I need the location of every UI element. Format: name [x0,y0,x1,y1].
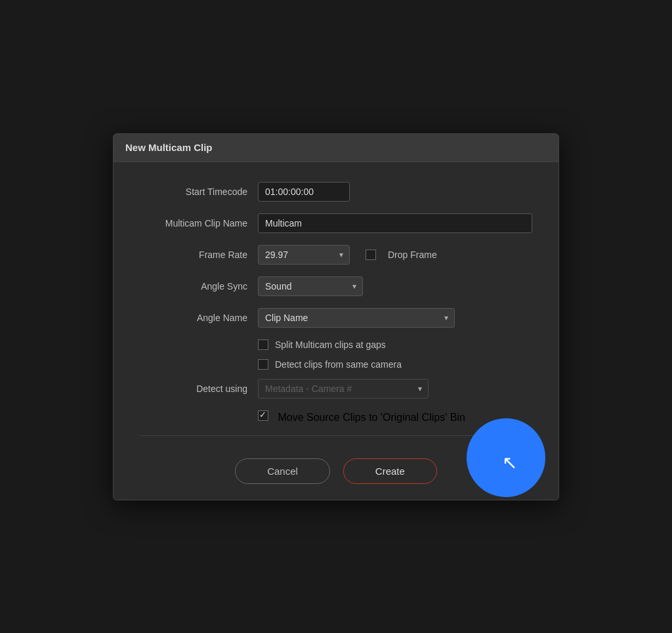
cancel-button[interactable]: Cancel [235,458,330,484]
drop-frame-group: Drop Frame [366,250,437,260]
detect-clips-row: Detect clips from same camera [140,359,532,370]
start-timecode-label: Start Timecode [140,186,258,197]
angle-sync-row: Angle Sync Sound Audio Timecode Clip Mar… [140,276,532,296]
start-timecode-control [258,182,532,202]
angle-sync-select[interactable]: Sound Audio Timecode Clip Marker In Poin… [258,276,363,296]
angle-name-control: Clip Name Camera Name Track Number Clip … [258,308,532,328]
frame-rate-row: Frame Rate 29.97 23.976 24 25 30 50 59.9… [140,245,532,265]
move-source-checkbox[interactable] [258,410,268,421]
drop-frame-label[interactable]: Drop Frame [388,250,437,260]
detect-using-control: Metadata - Camera # Clip Name Custom ▾ [258,379,532,399]
new-multicam-clip-dialog: New Multicam Clip Start Timecode Multica… [113,133,559,500]
clip-name-input[interactable] [258,213,532,233]
detect-clips-label[interactable]: Detect clips from same camera [258,359,402,370]
frame-rate-select[interactable]: 29.97 23.976 24 25 30 50 59.94 60 [258,245,350,265]
angle-name-label: Angle Name [140,313,258,323]
dialog-title: New Multicam Clip [125,142,213,153]
frame-rate-label: Frame Rate [140,250,258,260]
clip-name-label: Multicam Clip Name [140,218,258,229]
clip-name-row: Multicam Clip Name [140,213,532,233]
angle-sync-label: Angle Sync [140,281,258,292]
create-button[interactable]: Create [343,458,437,484]
cursor-icon: ↖ [502,452,517,473]
angle-sync-control: Sound Audio Timecode Clip Marker In Poin… [258,276,532,296]
angle-name-select[interactable]: Clip Name Camera Name Track Number Clip … [258,308,455,328]
detect-using-row: Detect using Metadata - Camera # Clip Na… [140,379,532,399]
frame-rate-control: 29.97 23.976 24 25 30 50 59.94 60 ▾ Drop… [258,245,532,265]
split-multicam-label[interactable]: Split Multicam clips at gaps [258,339,386,350]
dialog-body: Start Timecode Multicam Clip Name Frame … [114,162,558,500]
cursor-highlight: ↖ [467,418,545,497]
detect-clips-checkbox[interactable] [258,359,268,370]
split-multicam-checkbox[interactable] [258,339,268,350]
clip-name-control [258,213,532,233]
drop-frame-checkbox[interactable] [366,250,376,260]
detect-using-select-wrapper: Metadata - Camera # Clip Name Custom ▾ [258,379,429,399]
dialog-titlebar: New Multicam Clip [114,134,558,162]
detect-using-label: Detect using [140,383,258,394]
start-timecode-row: Start Timecode [140,182,532,202]
move-source-label[interactable]: Move Source Clips to 'Original Clips' Bi… [258,410,465,424]
split-multicam-row: Split Multicam clips at gaps [140,339,532,350]
frame-rate-select-wrapper: 29.97 23.976 24 25 30 50 59.94 60 ▾ [258,245,350,265]
button-row: Cancel Create ↖ [140,452,532,484]
angle-name-select-wrapper: Clip Name Camera Name Track Number Clip … [258,308,455,328]
detect-using-select[interactable]: Metadata - Camera # Clip Name Custom [258,379,429,399]
angle-sync-select-wrapper: Sound Audio Timecode Clip Marker In Poin… [258,276,363,296]
move-source-row: Move Source Clips to 'Original Clips' Bi… [140,410,532,424]
start-timecode-input[interactable] [258,182,350,202]
angle-name-row: Angle Name Clip Name Camera Name Track N… [140,308,532,328]
